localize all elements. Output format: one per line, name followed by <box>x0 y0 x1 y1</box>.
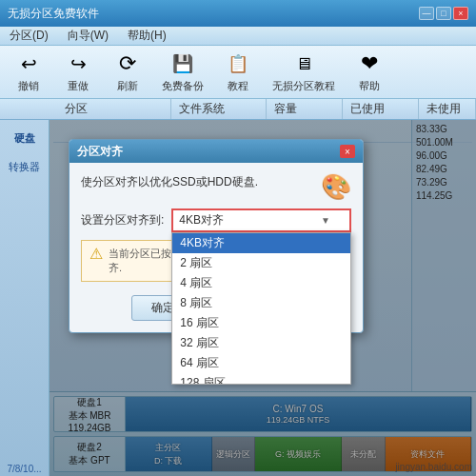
left-panel-converter[interactable]: 转换器 <box>0 152 49 181</box>
dropdown-item-1[interactable]: 2 扇区 <box>172 253 350 273</box>
align-select-value: 4KB对齐 <box>179 212 224 228</box>
dropdown-item-0[interactable]: 4KB对齐 <box>172 233 350 253</box>
dialog-close-button[interactable]: × <box>340 145 355 158</box>
backup-button[interactable]: 💾 免费备份 <box>156 47 209 97</box>
dialog-align-label: 设置分区对齐到: <box>81 212 164 228</box>
left-panel: 硬盘 转换器 7/8/10... <box>0 120 50 476</box>
redo-button[interactable]: ↪ 重做 <box>57 47 99 97</box>
help-label: 帮助 <box>359 79 380 93</box>
left-panel-disk[interactable]: 硬盘 <box>0 124 49 152</box>
undo-label: 撤销 <box>18 79 39 93</box>
online-tutorial-button[interactable]: 🖥 无损分区教程 <box>267 47 341 97</box>
align-select[interactable]: 4KB对齐 ▼ <box>171 208 351 232</box>
align-dropdown-list: 4KB对齐 2 扇区 4 扇区 8 扇区 16 扇区 32 扇区 64 扇区 1… <box>171 232 351 385</box>
dialog-body: 使分区对齐以优化SSD或HDD硬盘. 🎨 设置分区对齐到: 4KB对齐 ▼ <box>69 163 363 332</box>
dialog-description-row: 使分区对齐以优化SSD或HDD硬盘. 🎨 <box>81 174 351 199</box>
menu-bar: 分区(D) 向导(W) 帮助(H) <box>0 27 476 46</box>
toolbar: ↩ 撤销 ↪ 重做 ⟳ 刷新 💾 免费备份 📋 教程 🖥 无损分区教程 ❤ 帮助 <box>0 46 476 99</box>
window-controls: — □ × <box>419 7 468 20</box>
refresh-button[interactable]: ⟳ 刷新 <box>107 47 149 97</box>
col-capacity: 容量 <box>267 99 343 119</box>
warning-icon: ⚠ <box>89 247 103 262</box>
dropdown-item-5[interactable]: 32 扇区 <box>172 333 350 353</box>
dropdown-item-4[interactable]: 16 扇区 <box>172 313 350 333</box>
col-used: 已使用 <box>343 99 419 119</box>
col-unused: 未使用 <box>419 99 476 119</box>
tutorial-icon: 📋 <box>225 50 251 77</box>
dialog-logo-icon: 🎨 <box>321 174 351 199</box>
align-select-wrapper: 4KB对齐 ▼ 4KB对齐 2 扇区 4 扇区 8 扇区 16 扇区 32 扇区 <box>171 208 351 232</box>
help-button[interactable]: ❤ 帮助 <box>348 47 390 97</box>
help-icon: ❤ <box>356 50 383 77</box>
tutorial-button[interactable]: 📋 教程 <box>217 47 259 97</box>
online-tutorial-icon: 🖥 <box>290 50 317 77</box>
maximize-btn[interactable]: □ <box>436 7 451 20</box>
main-area: 硬盘 转换器 7/8/10... 83.33G 501.00M 96.00G 8… <box>0 120 476 476</box>
menu-help[interactable]: 帮助(H) <box>124 28 170 44</box>
menu-wizard[interactable]: 向导(W) <box>64 28 112 44</box>
content-area: 83.33G 501.00M 96.00G 82.49G 73.29G 114.… <box>50 120 476 476</box>
online-tutorial-label: 无损分区教程 <box>272 79 335 93</box>
menu-partition[interactable]: 分区(D) <box>6 28 52 44</box>
dropdown-item-7[interactable]: 128 扇区 <box>172 373 350 385</box>
title-bar: 无损分区免费软件 — □ × <box>0 0 476 27</box>
modal-overlay: 分区对齐 × 使分区对齐以优化SSD或HDD硬盘. 🎨 设置分区对齐到: <box>50 120 476 476</box>
refresh-label: 刷新 <box>117 79 138 93</box>
dialog-align-row: 设置分区对齐到: 4KB对齐 ▼ 4KB对齐 2 扇区 4 扇区 <box>81 208 351 232</box>
dialog-description: 使分区对齐以优化SSD或HDD硬盘. <box>81 174 313 190</box>
dropdown-item-6[interactable]: 64 扇区 <box>172 353 350 373</box>
undo-button[interactable]: ↩ 撤销 <box>8 47 50 97</box>
column-headers: 分区 文件系统 容量 已使用 未使用 <box>0 99 476 120</box>
tutorial-label: 教程 <box>228 79 248 93</box>
col-filesystem: 文件系统 <box>171 99 267 119</box>
col-partition: 分区 <box>57 99 171 119</box>
dialog-title: 分区对齐 <box>77 144 340 160</box>
minimize-btn[interactable]: — <box>419 7 434 20</box>
redo-label: 重做 <box>68 79 89 93</box>
dropdown-item-2[interactable]: 4 扇区 <box>172 273 350 293</box>
backup-label: 免费备份 <box>162 79 204 93</box>
refresh-icon: ⟳ <box>114 50 141 77</box>
dropdown-arrow-icon: ▼ <box>321 215 330 226</box>
undo-icon: ↩ <box>15 50 42 77</box>
redo-icon: ↪ <box>65 50 91 77</box>
backup-icon: 💾 <box>169 50 196 77</box>
close-btn[interactable]: × <box>453 7 468 20</box>
app-title: 无损分区免费软件 <box>8 6 419 22</box>
dropdown-item-3[interactable]: 8 扇区 <box>172 293 350 313</box>
dialog-partition-align: 分区对齐 × 使分区对齐以优化SSD或HDD硬盘. 🎨 设置分区对齐到: <box>69 139 364 333</box>
dialog-title-bar: 分区对齐 × <box>69 140 363 163</box>
